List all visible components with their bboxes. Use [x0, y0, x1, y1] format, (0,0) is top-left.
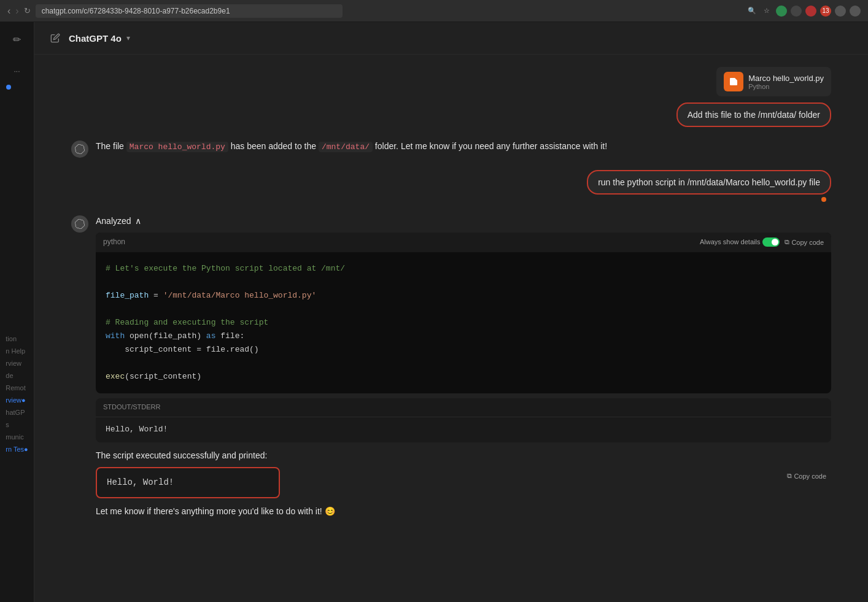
code-line-2	[106, 276, 821, 289]
reload-icon[interactable]: ↻	[24, 6, 31, 15]
stdout-content: Hello, World!	[96, 417, 831, 442]
chevron-down-icon[interactable]: ▾	[126, 34, 130, 42]
stdout-header: STDOUT/STDERR	[96, 398, 831, 417]
sidebar-items: tion n Help rview de Remot rview● hatGP …	[2, 331, 31, 596]
ai-message-1-body: The file Marco hello_world.py has been a…	[96, 139, 831, 154]
analyzed-header[interactable]: Analyzed ∧	[96, 214, 831, 228]
ai-text-2: has been added to the	[228, 141, 319, 151]
model-name: ChatGPT 4o	[69, 33, 122, 44]
sidebar-item-de[interactable]: de	[2, 370, 31, 381]
inline-code-path: /mnt/data/	[319, 142, 373, 152]
copy-code-button[interactable]: ⧉ Copy code	[785, 238, 824, 246]
browser-bar: ‹ › ↻ chatgpt.com/c/6728433b-9428-8010-a…	[0, 0, 868, 22]
browser-toolbar: 🔍 ☆ 13	[746, 6, 861, 17]
copy-output-button[interactable]: ⧉ Copy code	[787, 472, 826, 480]
file-icon	[724, 72, 743, 91]
badge-icon: 13	[820, 6, 831, 17]
stdout-block: STDOUT/STDERR Hello, World!	[96, 398, 831, 442]
sidebar-item-rview1[interactable]: rview	[2, 358, 31, 369]
app-layout: ✏ ··· tion n Help rview de Remot rview● …	[0, 22, 868, 602]
sidebar: ✏ ··· tion n Help rview de Remot rview● …	[0, 22, 34, 602]
copy-output-icon: ⧉	[787, 472, 792, 480]
always-show-toggle[interactable]: Always show details	[700, 237, 780, 248]
ai-message-2-body: Analyzed ∧ python Always show details	[96, 214, 831, 518]
copy-output-label: Copy code	[794, 473, 826, 480]
code-line-3: file_path = '/mnt/data/Marco hello_world…	[106, 289, 821, 303]
file-attachment: Marco hello_world.py Python	[716, 67, 831, 96]
sidebar-item-tion[interactable]: tion	[2, 333, 31, 344]
copy-icon: ⧉	[785, 238, 789, 246]
zoom-icon[interactable]: 🔍	[746, 6, 758, 17]
chevron-up-icon: ∧	[135, 214, 141, 228]
url-bar[interactable]: chatgpt.com/c/6728433b-9428-8010-a977-b2…	[36, 4, 343, 18]
ai-avatar-1	[71, 141, 88, 158]
user-message-2: run the python script in /mnt/data/Marco…	[71, 170, 831, 202]
code-line-6: with open(file_path) as file:	[106, 330, 821, 343]
ai-avatar-2	[71, 215, 88, 233]
copy-label: Copy code	[791, 239, 824, 246]
user-message-1: Marco hello_world.py Python Add this fil…	[71, 67, 831, 127]
followup-text: Let me know if there's anything more you…	[96, 504, 831, 518]
chat-area: Marco hello_world.py Python Add this fil…	[34, 55, 868, 602]
code-block: python Always show details ⧉	[96, 233, 831, 393]
toggle-knob	[772, 239, 778, 245]
summary-text: The script executed successfully and pri…	[96, 449, 831, 462]
sidebar-item-nhelp[interactable]: n Help	[2, 345, 31, 357]
sidebar-nav: ···	[6, 55, 28, 326]
output-bubble: Hello, World!	[96, 467, 280, 498]
sidebar-item-rview2[interactable]: rview●	[2, 395, 31, 406]
code-block-header: python Always show details ⧉	[96, 233, 831, 252]
code-line-8	[106, 357, 821, 370]
code-line-9: exec(script_content)	[106, 370, 821, 384]
user-bubble-2: run the python script in /mnt/data/Marco…	[587, 170, 831, 195]
ai-text-3: folder. Let me know if you need any furt…	[373, 141, 607, 151]
sidebar-dots[interactable]: ···	[6, 60, 28, 82]
sidebar-item-tes[interactable]: rn Tes●	[2, 444, 31, 455]
code-line-7: script_content = file.read()	[106, 343, 821, 357]
sidebar-item-remot[interactable]: Remot	[2, 382, 31, 393]
ai-message-1: The file Marco hello_world.py has been a…	[71, 139, 831, 158]
code-line-4	[106, 303, 821, 316]
code-block-controls: Always show details ⧉ Copy code	[700, 237, 824, 248]
file-name: Marco hello_world.py	[748, 74, 824, 83]
file-attachment-container: Marco hello_world.py Python	[71, 67, 831, 99]
menu-icon[interactable]	[850, 6, 861, 17]
back-icon[interactable]: ‹	[7, 6, 10, 17]
analyzed-label: Analyzed	[96, 214, 131, 228]
sidebar-item-chatgp[interactable]: hatGP	[2, 407, 31, 418]
chat-header: ChatGPT 4o ▾	[34, 22, 868, 55]
file-type: Python	[748, 83, 824, 90]
ai-text-1: The file	[96, 141, 126, 151]
compose-icon[interactable]	[47, 29, 64, 47]
code-content: # Let's execute the Python script locate…	[96, 252, 831, 394]
profile-icon[interactable]	[835, 6, 846, 17]
toggle-switch[interactable]	[762, 237, 780, 247]
code-lang-label: python	[103, 236, 125, 248]
forward-icon[interactable]: ›	[15, 6, 18, 17]
edit-icon[interactable]: ✏	[6, 28, 28, 50]
output-container: ⧉ Copy code Hello, World!	[96, 467, 831, 498]
star-icon[interactable]: ☆	[761, 6, 772, 17]
user-bubble-1: Add this file to the /mnt/data/ folder	[676, 102, 831, 127]
sidebar-dot-indicator	[6, 85, 11, 90]
ext-icon-2[interactable]	[791, 6, 802, 17]
inline-code-file: Marco hello_world.py	[126, 142, 228, 152]
sidebar-item-munic[interactable]: munic	[2, 431, 31, 442]
ai-message-2: Analyzed ∧ python Always show details	[71, 214, 831, 518]
ext-icon-3[interactable]	[805, 6, 816, 17]
sidebar-item-s[interactable]: s	[2, 419, 31, 430]
code-line-5: # Reading and executing the script	[106, 316, 821, 330]
code-line-1: # Let's execute the Python script locate…	[106, 262, 821, 276]
main-content: ChatGPT 4o ▾ Marco hello_world.py Python	[34, 22, 868, 602]
ext-icon-1[interactable]	[776, 6, 787, 17]
file-info: Marco hello_world.py Python	[748, 74, 824, 90]
orange-dot	[821, 197, 826, 202]
always-show-label: Always show details	[700, 237, 760, 248]
